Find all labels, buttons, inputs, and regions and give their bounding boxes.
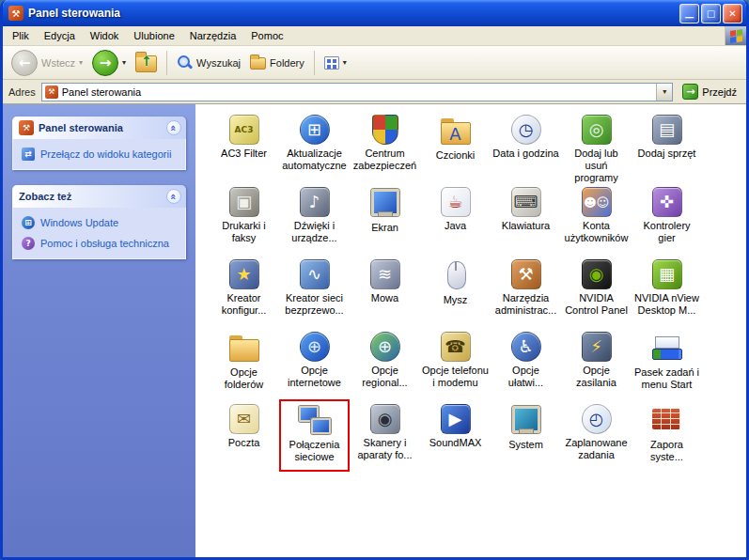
panel-title: Zobacz też	[19, 191, 71, 202]
printers-faxes-icon: ▣	[229, 187, 259, 217]
control-panel-item-network-connections[interactable]: Połączenia sieciowe	[279, 399, 350, 472]
control-panel-item-label: Opcje telefonu i modemu	[422, 365, 489, 389]
control-panel-item-internet-options[interactable]: ⊕Opcje internetowe	[279, 327, 350, 399]
control-panel-window-icon: ⚒	[8, 6, 23, 21]
menu-item-edit[interactable]: Edycja	[37, 28, 83, 43]
go-arrow-icon: →	[682, 84, 698, 100]
switch-to-category-view-link[interactable]: ⇄ Przełącz do widoku kategorii	[22, 148, 177, 161]
go-button[interactable]: → Przejdź	[679, 84, 741, 100]
control-panel-item-label: Kontrolery gier	[633, 220, 700, 244]
control-panel-item-display[interactable]: Ekran	[350, 182, 420, 255]
menu-item-view[interactable]: Widok	[83, 28, 127, 43]
control-panel-item-fonts[interactable]: ACzcionki	[420, 110, 491, 182]
control-panel-item-speech[interactable]: ≋Mowa	[350, 255, 420, 327]
control-panel-item-keyboard[interactable]: ⌨Klawiatura	[491, 182, 561, 255]
control-panel-item-user-accounts[interactable]: ☻☺Konta użytkowników	[561, 182, 632, 255]
control-panel-item-date-time[interactable]: ◷Data i godzina	[491, 110, 561, 182]
control-panel-item-folder-options[interactable]: Opcje folderów	[209, 327, 279, 399]
views-button[interactable]: ▾	[321, 54, 350, 71]
control-panel-item-scheduled-tasks[interactable]: ◴Zaplanowane zadania	[561, 399, 632, 472]
help-and-support-link[interactable]: ? Pomoc i obsługa techniczna	[22, 237, 177, 250]
control-panel-item-nvidia-control-panel[interactable]: ◉NVIDIA Control Panel	[561, 255, 632, 327]
minimize-button[interactable]: —	[679, 4, 699, 23]
control-panel-item-accessibility-options[interactable]: ♿Opcje ułatwi...	[491, 327, 561, 399]
nvidia-control-panel-icon: ◉	[582, 259, 612, 289]
panel-control-panel-body: ⇄ Przełącz do widoku kategorii	[12, 139, 186, 170]
go-label: Przejdź	[702, 86, 737, 98]
control-panel-item-windows-firewall[interactable]: Zapora syste...	[632, 399, 702, 472]
menu-item-tools[interactable]: Narzędzia	[182, 28, 244, 43]
up-button[interactable]: ↑	[133, 51, 160, 74]
control-panel-item-label: Klawiatura	[502, 220, 550, 232]
menu-item-favorites[interactable]: Ulubione	[126, 28, 181, 43]
control-panel-item-ac3-filter[interactable]: AC3AC3 Filter	[209, 110, 279, 182]
maximize-button[interactable]: □	[701, 4, 721, 23]
wireless-network-wizard-icon: ∿	[300, 259, 330, 289]
folders-button[interactable]: Foldery	[247, 54, 307, 71]
display-icon	[369, 187, 401, 219]
close-button[interactable]: ✕	[723, 4, 742, 23]
address-label: Adres	[8, 86, 36, 98]
control-panel-item-automatic-updates[interactable]: ⊞Aktualizacje automatyczne	[279, 110, 350, 182]
panel-control-panel-header[interactable]: ⚒ Panel sterowania «	[12, 117, 186, 139]
titlebar[interactable]: ⚒ Panel sterowania — □ ✕	[3, 0, 746, 26]
panel-title: Panel sterowania	[39, 122, 123, 133]
control-panel-item-label: Zaplanowane zadania	[565, 437, 627, 461]
network-connections-icon	[299, 404, 331, 436]
internet-options-icon: ⊕	[300, 332, 330, 362]
ac3-filter-icon: AC3	[229, 115, 259, 145]
toolbar: ← Wstecz ▾ → ▾ ↑ Wyszukaj Foldery ▾	[3, 46, 746, 80]
control-panel-item-label: Mysz	[444, 294, 468, 306]
windows-update-link[interactable]: ⊞ Windows Update	[22, 216, 177, 229]
task-pane: ⚒ Panel sterowania « ⇄ Przełącz do widok…	[3, 104, 195, 557]
windows-firewall-icon	[651, 404, 683, 436]
user-accounts-icon: ☻☺	[582, 187, 612, 217]
control-panel-item-printers-faxes[interactable]: ▣Drukarki i faksy	[209, 182, 279, 255]
control-panel-item-power-options[interactable]: ⚡Opcje zasilania	[561, 327, 632, 399]
control-panel-item-label: Ekran	[371, 222, 398, 234]
control-panel-item-java[interactable]: ☕Java	[420, 182, 491, 255]
nvidia-nview-desktop-manager-icon: ▦	[652, 259, 682, 289]
control-panel-item-system[interactable]: System	[491, 399, 561, 472]
menu-item-file[interactable]: Plik	[5, 28, 37, 43]
address-dropdown-button[interactable]: ▾	[656, 84, 672, 101]
control-panel-item-label: Dodaj lub usuń programy	[563, 148, 630, 184]
control-panel-item-phone-modem-options[interactable]: ☎Opcje telefonu i modemu	[420, 327, 491, 399]
control-panel-item-add-hardware[interactable]: ▤Dodaj sprzęt	[632, 110, 702, 182]
control-panel-item-mail[interactable]: ✉Poczta	[209, 399, 279, 472]
control-panel-item-taskbar-start-menu[interactable]: Pasek zadań i menu Start	[632, 327, 702, 399]
control-panel-item-regional-language-options[interactable]: ⊕Opcje regional...	[350, 327, 420, 399]
control-panel-item-administrative-tools[interactable]: ⚒Narzędzia administrac...	[491, 255, 561, 327]
control-panel-item-label: Kreator konfigur...	[222, 292, 267, 317]
control-panel-item-scanners-cameras[interactable]: ◉Skanery i aparaty fo...	[350, 399, 420, 472]
control-panel-item-network-setup-wizard[interactable]: ★Kreator konfigur...	[209, 255, 279, 327]
control-panel-item-security-center[interactable]: Centrum zabezpieczeń	[350, 110, 420, 182]
control-panel-item-game-controllers[interactable]: ✜Kontrolery gier	[632, 182, 702, 255]
help-support-icon: ?	[22, 237, 35, 250]
panel-see-also-header[interactable]: Zobacz też «	[12, 185, 186, 208]
control-panel-item-label: SoundMAX	[429, 437, 482, 449]
add-remove-programs-icon: ◎	[582, 115, 612, 145]
control-panel-item-label: Opcje folderów	[225, 366, 264, 391]
windows-update-icon: ⊞	[22, 216, 35, 229]
address-input[interactable]: ⚒ Panel sterowania ▾	[41, 83, 674, 101]
collapse-chevron-icon[interactable]: «	[166, 120, 181, 135]
search-button[interactable]: Wyszukaj	[174, 53, 243, 72]
collapse-chevron-icon[interactable]: «	[166, 189, 181, 204]
window-body: ⚒ Panel sterowania « ⇄ Przełącz do widok…	[3, 104, 746, 557]
address-value: Panel sterowania	[62, 86, 653, 98]
views-icon	[324, 56, 339, 70]
control-panel-item-wireless-network-wizard[interactable]: ∿Kreator sieci bezprzewo...	[279, 255, 350, 327]
control-panel-item-sounds-audio-devices[interactable]: ♪Dźwięki i urządze...	[279, 182, 350, 255]
switch-category-view-icon: ⇄	[22, 148, 35, 161]
control-panel-item-nvidia-nview-desktop-manager[interactable]: ▦NVIDIA nView Desktop M...	[632, 255, 702, 327]
control-panel-item-add-remove-programs[interactable]: ◎Dodaj lub usuń programy	[561, 110, 632, 182]
forward-icon: →	[92, 50, 118, 76]
control-panel-item-soundmax[interactable]: ▶SoundMAX	[420, 399, 491, 472]
back-button[interactable]: ← Wstecz ▾	[8, 48, 86, 78]
control-panel-item-mouse[interactable]: Mysz	[420, 255, 491, 327]
control-panel-item-label: Pasek zadań i menu Start	[634, 366, 699, 391]
panel-control-panel: ⚒ Panel sterowania « ⇄ Przełącz do widok…	[12, 117, 186, 170]
menu-item-help[interactable]: Pomoc	[243, 28, 290, 43]
forward-button[interactable]: → ▾	[89, 48, 129, 78]
